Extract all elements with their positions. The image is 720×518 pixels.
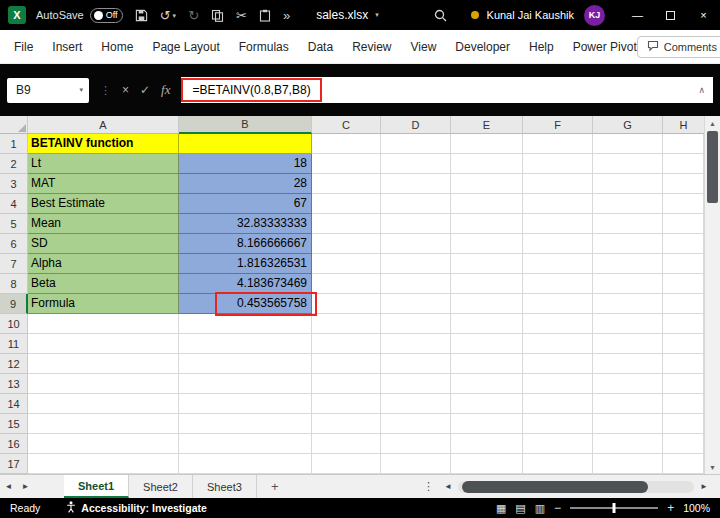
cell-D8[interactable] xyxy=(381,274,451,294)
sheet-nav-right-icon[interactable]: ► xyxy=(17,482,34,491)
scroll-up-icon[interactable]: ▲ xyxy=(705,116,720,130)
cell-A17[interactable] xyxy=(28,454,179,474)
cell-A6[interactable]: SD xyxy=(28,234,179,254)
cell-C17[interactable] xyxy=(312,454,381,474)
row-header-3[interactable]: 3 xyxy=(0,174,28,194)
cell-B17[interactable] xyxy=(179,454,312,474)
cell-D2[interactable] xyxy=(381,154,451,174)
close-button[interactable]: × xyxy=(687,0,720,30)
cell-C10[interactable] xyxy=(312,314,381,334)
row-header-9[interactable]: 9 xyxy=(0,294,28,314)
redo-icon[interactable]: ↻ xyxy=(188,9,199,22)
scroll-down-icon[interactable]: ▼ xyxy=(705,460,720,474)
cell-B3[interactable]: 28 xyxy=(179,174,312,194)
cell-B12[interactable] xyxy=(179,354,312,374)
cell-F3[interactable] xyxy=(523,174,593,194)
cell-F13[interactable] xyxy=(523,374,593,394)
cell-B2[interactable]: 18 xyxy=(179,154,312,174)
tab-view[interactable]: View xyxy=(411,40,437,54)
row-header-16[interactable]: 16 xyxy=(0,434,28,454)
row-header-15[interactable]: 15 xyxy=(0,414,28,434)
cell-G13[interactable] xyxy=(593,374,663,394)
search-icon[interactable] xyxy=(434,9,447,22)
cell-A9[interactable]: Formula xyxy=(28,294,179,314)
tab-formulas[interactable]: Formulas xyxy=(239,40,289,54)
cell-H6[interactable] xyxy=(663,234,704,254)
cell-G2[interactable] xyxy=(593,154,663,174)
cell-A2[interactable]: Lt xyxy=(28,154,179,174)
cell-H5[interactable] xyxy=(663,214,704,234)
horizontal-scrollbar-thumb[interactable] xyxy=(462,481,648,493)
cell-D7[interactable] xyxy=(381,254,451,274)
cell-G12[interactable] xyxy=(593,354,663,374)
copy-icon[interactable] xyxy=(211,9,224,22)
cut-icon[interactable]: ✂ xyxy=(236,9,247,22)
cell-C5[interactable] xyxy=(312,214,381,234)
cell-C3[interactable] xyxy=(312,174,381,194)
sheet-bar-options-icon[interactable]: ⋮ xyxy=(417,480,440,493)
cell-A1[interactable]: BETAINV function xyxy=(28,134,179,154)
cell-A3[interactable]: MAT xyxy=(28,174,179,194)
cell-B16[interactable] xyxy=(179,434,312,454)
cell-H9[interactable] xyxy=(663,294,704,314)
cell-A10[interactable] xyxy=(28,314,179,334)
row-header-11[interactable]: 11 xyxy=(0,334,28,354)
hscroll-right-icon[interactable]: ► xyxy=(696,482,712,491)
cell-F12[interactable] xyxy=(523,354,593,374)
row-header-5[interactable]: 5 xyxy=(0,214,28,234)
cell-F17[interactable] xyxy=(523,454,593,474)
cell-E5[interactable] xyxy=(451,214,523,234)
cell-F8[interactable] xyxy=(523,274,593,294)
cell-E2[interactable] xyxy=(451,154,523,174)
zoom-in-icon[interactable]: + xyxy=(667,501,674,515)
cell-B4[interactable]: 67 xyxy=(179,194,312,214)
cell-B13[interactable] xyxy=(179,374,312,394)
cell-C1[interactable] xyxy=(312,134,381,154)
cell-D12[interactable] xyxy=(381,354,451,374)
comments-button[interactable]: Comments xyxy=(637,36,720,58)
tab-insert[interactable]: Insert xyxy=(52,40,82,54)
col-header-A[interactable]: A xyxy=(28,116,179,134)
row-header-17[interactable]: 17 xyxy=(0,454,28,474)
row-header-10[interactable]: 10 xyxy=(0,314,28,334)
cell-B10[interactable] xyxy=(179,314,312,334)
cell-C14[interactable] xyxy=(312,394,381,414)
cell-H16[interactable] xyxy=(663,434,704,454)
cell-D14[interactable] xyxy=(381,394,451,414)
confirm-entry-icon[interactable]: ✓ xyxy=(140,83,150,97)
col-header-D[interactable]: D xyxy=(381,116,451,134)
sheet-tab-sheet2[interactable]: Sheet2 xyxy=(129,475,193,498)
cell-F16[interactable] xyxy=(523,434,593,454)
cell-G10[interactable] xyxy=(593,314,663,334)
cell-F1[interactable] xyxy=(523,134,593,154)
formula-input[interactable]: =BETAINV(0.8,B7,B8) ∧ xyxy=(181,77,713,103)
row-header-8[interactable]: 8 xyxy=(0,274,28,294)
user-name[interactable]: Kunal Jai Kaushik xyxy=(487,9,574,21)
more-commands-icon[interactable]: » xyxy=(283,9,290,22)
cell-C4[interactable] xyxy=(312,194,381,214)
cell-E7[interactable] xyxy=(451,254,523,274)
cell-A11[interactable] xyxy=(28,334,179,354)
cell-C7[interactable] xyxy=(312,254,381,274)
tab-home[interactable]: Home xyxy=(101,40,133,54)
cell-H13[interactable] xyxy=(663,374,704,394)
cell-G3[interactable] xyxy=(593,174,663,194)
cell-H7[interactable] xyxy=(663,254,704,274)
maximize-button[interactable] xyxy=(654,0,687,30)
cell-H4[interactable] xyxy=(663,194,704,214)
cell-G9[interactable] xyxy=(593,294,663,314)
cell-E16[interactable] xyxy=(451,434,523,454)
zoom-slider-thumb[interactable] xyxy=(613,503,616,513)
cell-E3[interactable] xyxy=(451,174,523,194)
excel-app-icon[interactable]: X xyxy=(8,6,26,24)
zoom-level[interactable]: 100% xyxy=(683,502,710,514)
row-header-7[interactable]: 7 xyxy=(0,254,28,274)
cell-E12[interactable] xyxy=(451,354,523,374)
cell-F10[interactable] xyxy=(523,314,593,334)
cell-D13[interactable] xyxy=(381,374,451,394)
cell-G1[interactable] xyxy=(593,134,663,154)
cell-A16[interactable] xyxy=(28,434,179,454)
tab-help[interactable]: Help xyxy=(529,40,554,54)
collapse-formula-bar-icon[interactable]: ∧ xyxy=(698,85,705,95)
cell-G16[interactable] xyxy=(593,434,663,454)
